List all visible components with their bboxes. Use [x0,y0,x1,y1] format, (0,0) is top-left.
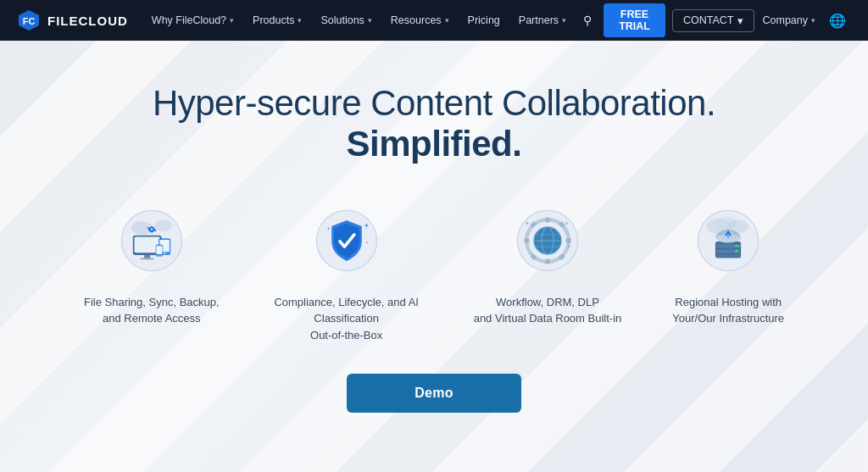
chevron-down-icon: ▾ [230,16,234,25]
logo-icon: FC [17,8,41,32]
hero-title: Hyper-secure Content Collaboration. Simp… [153,83,715,165]
logo-text: FILECLOUD [47,14,128,28]
svg-text:✦: ✦ [565,220,569,226]
feature-item-compliance: ✦ ✦ ✦ Compliance, Lifecycle, and AI Clas… [270,203,423,344]
chevron-down-icon: ▾ [445,16,449,25]
svg-text:✦: ✦ [326,225,331,231]
hero-content: Hyper-secure Content Collaboration. Simp… [153,83,715,165]
svg-rect-13 [156,246,162,254]
svg-rect-44 [717,254,740,256]
free-trial-button[interactable]: FREE TRIAL [604,3,665,37]
feature-icon-cloud-server [690,203,766,279]
svg-point-11 [164,253,165,254]
svg-point-45 [736,244,738,247]
chevron-down-icon: ▾ [811,16,815,25]
logo[interactable]: FC FILECLOUD [17,8,128,32]
feature-item-hosting: Regional Hosting withYour/Our Infrastruc… [672,203,784,344]
nav-item-company[interactable]: Company ▾ [754,14,825,26]
feature-icon-shield: ✦ ✦ ✦ [309,203,385,279]
svg-rect-26 [565,238,570,242]
demo-button-wrap: Demo [347,374,521,413]
svg-rect-7 [144,254,150,258]
demo-button[interactable]: Demo [347,374,521,413]
svg-point-4 [153,219,171,231]
chevron-down-icon: ▾ [737,14,743,27]
feature-icon-sync [114,203,190,279]
svg-rect-24 [545,258,549,264]
svg-rect-25 [524,238,529,242]
feature-label-sync: File Sharing, Sync, Backup,and Remote Ac… [84,294,220,327]
nav-item-why-filecloud[interactable]: Why FileCloud? ▾ [143,0,242,41]
contact-button[interactable]: CONTACT ▾ [672,9,754,32]
chevron-down-icon: ▾ [562,16,566,25]
svg-text:✦: ✦ [525,220,530,227]
svg-point-47 [736,250,738,253]
nav-item-solutions[interactable]: Solutions ▾ [312,0,380,41]
hero-section: Hyper-secure Content Collaboration. Simp… [0,41,868,472]
chevron-down-icon: ▾ [368,16,372,25]
chevron-down-icon: ▾ [298,16,302,25]
search-icon[interactable]: ⚲ [575,14,600,27]
feature-item-sync: File Sharing, Sync, Backup,and Remote Ac… [84,203,220,344]
svg-text:✦: ✦ [365,240,369,245]
nav-item-pricing[interactable]: Pricing [459,0,509,41]
features-row: File Sharing, Sync, Backup,and Remote Ac… [50,203,818,344]
svg-text:FC: FC [23,16,36,26]
nav-items: Why FileCloud? ▾ Products ▾ Solutions ▾ … [143,0,575,41]
svg-point-46 [738,244,741,247]
globe-icon[interactable]: 🌐 [824,13,851,29]
feature-icon-gear-globe: ✦ ✦ ✦ [509,203,586,279]
svg-rect-23 [545,217,549,222]
feature-label-compliance: Compliance, Lifecycle, and AI Classifica… [270,294,423,344]
feature-item-workflow: ✦ ✦ ✦ [474,203,622,344]
nav-item-products[interactable]: Products ▾ [244,0,310,41]
svg-rect-8 [140,258,153,259]
feature-label-hosting: Regional Hosting withYour/Our Infrastruc… [672,294,784,327]
nav-item-resources[interactable]: Resources ▾ [382,0,458,41]
svg-text:✦: ✦ [364,221,370,229]
feature-label-workflow: Workflow, DRM, DLPand Virtual Data Room … [474,294,622,327]
nav-item-partners[interactable]: Partners ▾ [510,0,575,41]
navbar: FC FILECLOUD Why FileCloud? ▾ Products ▾… [0,0,868,41]
